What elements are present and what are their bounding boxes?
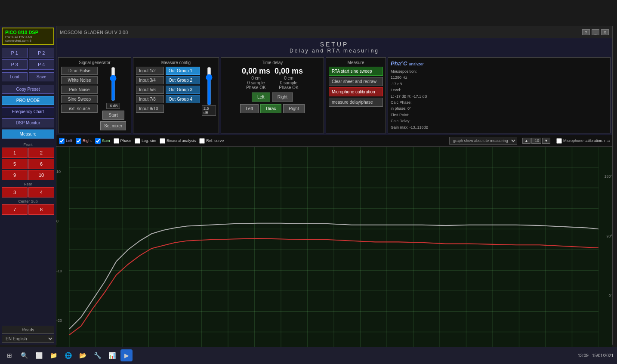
measure-title: Measure xyxy=(329,60,383,65)
input-78-btn[interactable]: Input 7/8 xyxy=(136,95,164,103)
ch-5-btn[interactable]: 5 xyxy=(2,159,28,169)
minimize-btn[interactable]: _ xyxy=(592,29,599,35)
pha-analyzer: Pha°C analyzer Mouseposition: 11280 Hz -… xyxy=(388,57,611,133)
binaural-checkbox[interactable] xyxy=(160,138,165,144)
preset-p4-btn[interactable]: P 4 xyxy=(29,59,55,70)
app-icon-3[interactable]: ▶ xyxy=(120,349,133,361)
phase-checkbox[interactable] xyxy=(114,138,119,144)
out-group-4-btn[interactable]: Out Group 4 xyxy=(166,95,200,103)
help-btn[interactable]: ? xyxy=(582,29,590,35)
white-noise-btn[interactable]: White Noise xyxy=(61,76,98,84)
clear-sheet-btn[interactable]: Clear sheet and redraw xyxy=(329,77,383,86)
input-910-btn[interactable]: Input 9/10 xyxy=(136,105,164,113)
screen: PICO 8/10 DSP FW 6.12 FW 4.06 connected.… xyxy=(0,0,617,364)
cb-right[interactable]: Right xyxy=(76,138,92,144)
cb-left[interactable]: Left xyxy=(59,138,72,144)
sig-level-slider[interactable] xyxy=(109,67,117,101)
mc-inputs: Input 1/2 Input 3/4 Input 5/6 Input 7/8 … xyxy=(136,67,164,116)
cb-sum[interactable]: Sum xyxy=(95,138,110,144)
dsp-monitor-btn[interactable]: DSP Monitor xyxy=(2,118,54,127)
preset-p2-btn[interactable]: P 2 xyxy=(29,48,55,58)
save-btn[interactable]: Save xyxy=(29,72,55,81)
dirac-pulse-btn[interactable]: Dirac Pulse xyxy=(61,67,98,75)
cb-ref-curve[interactable]: Ref. curve xyxy=(199,138,224,144)
ch-8-btn[interactable]: 8 xyxy=(28,204,54,215)
preset-p3-btn[interactable]: P 3 xyxy=(2,59,28,70)
folder-icon[interactable]: 📂 xyxy=(77,349,89,361)
ch-10-btn[interactable]: 10 xyxy=(28,170,54,180)
mc-level-slider[interactable] xyxy=(206,67,213,105)
start-btn-taskbar[interactable]: ⊞ xyxy=(3,349,15,361)
td-left-block: 0,00 ms 0 cm 0 sample Phase OK xyxy=(242,67,270,90)
language-select[interactable]: EN English xyxy=(2,335,54,343)
td-left-cm: 0 cm xyxy=(242,76,270,80)
y-axis-left: 10 0 -10 -20 -30 -40 xyxy=(56,147,68,364)
search-taskbar[interactable]: 🔍 xyxy=(18,349,30,361)
sum-checkbox[interactable] xyxy=(95,138,101,144)
ch-1-btn[interactable]: 1 xyxy=(2,148,28,158)
td-right-phase: Phase OK xyxy=(275,85,303,90)
ch-7-btn[interactable]: 7 xyxy=(2,204,28,215)
task-view-taskbar[interactable]: ⬜ xyxy=(33,349,45,361)
copy-preset-btn[interactable]: Copy Preset xyxy=(2,85,54,94)
graph-dropdown[interactable]: graph show absolute measuring xyxy=(449,137,517,145)
graph-up-btn[interactable]: ▲ xyxy=(522,138,531,144)
td-left2-btn[interactable]: Left xyxy=(240,104,259,113)
taskbar-icon-1[interactable]: 📁 xyxy=(47,349,59,361)
input-12-btn[interactable]: Input 1/2 xyxy=(136,67,164,75)
td-right-ms: 0,00 ms xyxy=(275,67,303,76)
rear-channels: 3 4 xyxy=(2,187,54,197)
pink-noise-btn[interactable]: Pink Noise xyxy=(61,86,98,94)
close-btn[interactable]: X xyxy=(601,29,609,35)
mc-slider: 2.5 dB xyxy=(202,67,216,116)
ch-3-btn[interactable]: 3 xyxy=(2,187,28,197)
out-group-3-btn[interactable]: Out Group 3 xyxy=(166,86,200,94)
measure-btn[interactable]: Measure xyxy=(2,130,54,139)
log-sim-checkbox[interactable] xyxy=(135,138,140,144)
sine-sweep-btn[interactable]: Sine Sweep xyxy=(61,95,98,103)
app-icon-2[interactable]: 📊 xyxy=(106,349,118,361)
ch-4-btn[interactable]: 4 xyxy=(28,187,54,197)
pha-calc-delay: Calc Delay: xyxy=(391,118,608,124)
cb-binaural[interactable]: Binaural analysis xyxy=(160,138,196,144)
rta-start-btn[interactable]: RTA start sine sweep xyxy=(329,67,383,76)
td-right2-btn[interactable]: Right xyxy=(283,104,304,113)
chart-svg xyxy=(69,147,598,352)
ch-9-btn[interactable]: 9 xyxy=(2,170,28,180)
ref-curve-checkbox[interactable] xyxy=(199,138,205,144)
cb-mic-cal[interactable]: Microphone calibration: n.a xyxy=(556,138,610,144)
edge-icon[interactable]: 🌐 xyxy=(62,349,74,361)
input-56-btn[interactable]: Input 5/6 xyxy=(136,86,164,94)
td-dirac-btn[interactable]: Dirac xyxy=(260,104,281,113)
app-icon-1[interactable]: 🔧 xyxy=(91,349,103,361)
mic-cal-checkbox[interactable] xyxy=(556,138,562,144)
measure-delay-btn[interactable]: measure delay/phase xyxy=(329,98,383,107)
ext-source-btn[interactable]: ext. source xyxy=(61,105,98,113)
input-34-btn[interactable]: Input 3/4 xyxy=(136,76,164,84)
app-titlebar: MOSCONI GLADEN GUI V 3.08 ? _ X xyxy=(56,26,612,38)
set-mixer-btn[interactable]: Set mixer xyxy=(100,121,126,130)
pha-in-phase: in phase: 0° xyxy=(391,105,608,111)
cb-log-sim[interactable]: Log. sim xyxy=(135,138,156,144)
ch-6-btn[interactable]: 6 xyxy=(28,159,54,169)
load-btn[interactable]: Load xyxy=(2,72,28,81)
cb-phase[interactable]: Phase xyxy=(114,138,132,144)
y-axis-right: 180° 90° 0° -90° -180° xyxy=(599,147,612,364)
preset-p1-btn[interactable]: P 1 xyxy=(2,48,28,58)
out-group-1-btn[interactable]: Out Group 1 xyxy=(166,67,200,75)
cb-right-label: Right xyxy=(83,139,92,143)
frequency-chart-btn[interactable]: Frequency Chart xyxy=(2,107,54,116)
out-group-2-btn[interactable]: Out Group 2 xyxy=(166,76,200,84)
mic-cal-btn[interactable]: Microphone calibration xyxy=(329,87,383,96)
graph-down-btn[interactable]: ▼ xyxy=(542,138,550,144)
td-right-sample: 0 sample xyxy=(275,80,303,85)
left-checkbox[interactable] xyxy=(59,138,65,144)
start-btn[interactable]: Start xyxy=(102,111,124,120)
td-left-green-btn[interactable]: Left xyxy=(252,93,270,102)
ch-2-btn[interactable]: 2 xyxy=(28,148,54,158)
pro-mode-btn[interactable]: PRO MODE xyxy=(2,96,54,105)
right-checkbox[interactable] xyxy=(76,138,81,144)
td-right-top-btn[interactable]: Right xyxy=(272,93,293,102)
cb-ref-curve-label: Ref. curve xyxy=(206,139,224,143)
setup-subtitle: Delay and RTA measuring xyxy=(56,48,612,54)
